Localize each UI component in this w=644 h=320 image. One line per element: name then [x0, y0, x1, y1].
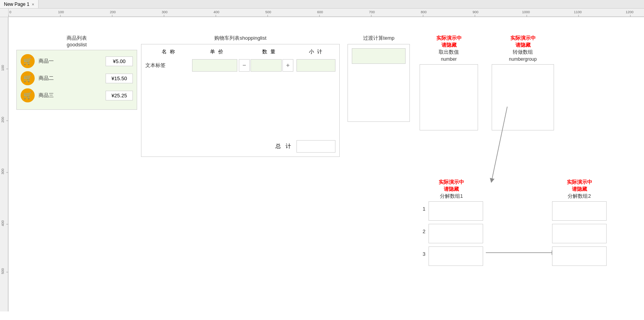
decompose2-input-1[interactable] [552, 201, 607, 221]
tab-close-button[interactable]: × [32, 2, 34, 7]
svg-text:600: 600 [317, 10, 323, 14]
svg-text:200: 200 [1, 117, 5, 123]
number-section: 实际演示中请隐藏 取出数值 number [420, 35, 478, 130]
ruler-corner [0, 9, 9, 17]
cart-header-price: 单 价 [192, 48, 242, 55]
decompose1-input-2[interactable] [429, 224, 483, 243]
temp-title: 过渡计算temp [348, 35, 410, 42]
decompose2-row-2 [552, 224, 607, 243]
cart-header-qty: 数 量 [242, 48, 296, 55]
decompose1-section: 实际演示中请隐藏 分解数组1 1 2 3 [420, 179, 483, 269]
temp-box [348, 44, 410, 122]
numbergroup-section: 实际演示中请隐藏 转做数组 numbergroup [492, 35, 554, 130]
goods-name-1: 商品一 [39, 58, 102, 65]
number-box [420, 64, 478, 130]
number-subtitle: number [420, 56, 478, 62]
qty-input[interactable] [251, 59, 282, 72]
temp-section: 过渡计算temp [348, 35, 410, 122]
cart-row-1: 文本标签 − + [145, 59, 335, 72]
svg-text:100: 100 [58, 10, 64, 14]
ruler-left: 100 200 300 400 500 [0, 17, 9, 311]
cart-subtotal-input[interactable] [296, 59, 335, 72]
svg-text:500: 500 [265, 10, 271, 14]
cart-total-input[interactable] [296, 140, 335, 153]
cart-header: 名 称 单 价 数 量 小 计 [145, 48, 335, 55]
numbergroup-title: 转做数组 [492, 49, 554, 56]
shoppinglist-section: 购物车列表shoppinglist 名 称 单 价 数 量 小 计 文本标签 − [141, 35, 340, 157]
goods-price-2: ¥15.50 [106, 74, 133, 83]
numbergroup-subtitle: numbergroup [492, 56, 554, 62]
svg-text:300: 300 [162, 10, 168, 14]
goodslist-title: 商品列表 goodslist [16, 35, 137, 47]
cart-total-label: 总 计 [275, 143, 293, 150]
decompose1-row-1: 1 [420, 201, 483, 221]
ruler-left-svg: 100 200 300 400 500 [0, 17, 9, 311]
decompose1-row-3: 3 [420, 246, 483, 266]
cart-header-subtotal: 小 计 [296, 48, 335, 55]
ruler-top: 0 100 200 300 400 500 600 700 800 900 [9, 9, 644, 17]
cart-header-name: 名 称 [145, 48, 192, 55]
cart-total-row: 总 计 [145, 140, 335, 153]
decompose2-section: 实际演示中请隐藏 分解数组2 [552, 179, 607, 269]
decompose1-input-1[interactable] [429, 201, 483, 221]
cart-icon-1[interactable]: 🛒 [21, 54, 35, 68]
number-red-label: 实际演示中请隐藏 [420, 35, 478, 49]
goods-price-1: ¥5.00 [106, 56, 133, 66]
decompose2-row-3 [552, 246, 607, 266]
decompose2-input-3[interactable] [552, 246, 607, 266]
svg-text:900: 900 [473, 10, 478, 14]
cart-price-input[interactable] [192, 59, 237, 72]
cart-qty-controls: − + [239, 59, 293, 72]
canvas: 商品列表 goodslist 🛒 商品一 ¥5.00 🛒 商品二 ¥15.50 [9, 17, 644, 311]
ruler-top-svg: 0 100 200 300 400 500 600 700 800 900 [9, 9, 644, 17]
numbergroup-red-label: 实际演示中请隐藏 [492, 35, 554, 49]
svg-text:0: 0 [9, 10, 11, 14]
goods-price-3: ¥25.25 [106, 91, 133, 100]
qty-minus-button[interactable]: − [239, 59, 250, 72]
shoppinglist-title: 购物车列表shoppinglist [141, 35, 340, 42]
svg-text:1000: 1000 [522, 10, 530, 14]
decompose2-row-1 [552, 201, 607, 221]
svg-text:1200: 1200 [626, 10, 633, 14]
svg-text:1100: 1100 [574, 10, 582, 14]
decompose1-title: 分解数组1 [420, 193, 483, 200]
numbergroup-box [492, 64, 554, 130]
svg-text:500: 500 [1, 268, 5, 274]
decompose1-index-3: 3 [420, 251, 425, 257]
cart-row-label: 文本标签 [145, 62, 192, 69]
tab-label: New Page 1 [4, 2, 29, 7]
tab-bar: New Page 1 × [0, 0, 644, 9]
decompose2-input-2[interactable] [552, 224, 607, 243]
decompose1-input-3[interactable] [429, 246, 483, 266]
goods-name-3: 商品三 [39, 92, 102, 99]
cart-icon-2[interactable]: 🛒 [21, 71, 35, 85]
tab-new-page[interactable]: New Page 1 × [0, 0, 39, 8]
svg-text:400: 400 [1, 220, 5, 226]
svg-text:300: 300 [1, 169, 5, 174]
shoppinglist-box: 名 称 单 价 数 量 小 计 文本标签 − + [141, 44, 340, 157]
temp-input[interactable] [352, 48, 406, 64]
decompose1-red-label: 实际演示中请隐藏 [420, 179, 483, 193]
decompose1-row-2: 2 [420, 224, 483, 243]
goods-item-2: 🛒 商品二 ¥15.50 [21, 71, 133, 85]
goodslist-box: 🛒 商品一 ¥5.00 🛒 商品二 ¥15.50 🛒 商品三 ¥25.25 [16, 50, 137, 110]
qty-plus-button[interactable]: + [282, 59, 293, 72]
goods-item-3: 🛒 商品三 ¥25.25 [21, 88, 133, 102]
svg-text:200: 200 [110, 10, 116, 14]
number-title: 取出数值 [420, 49, 478, 56]
goods-item-1: 🛒 商品一 ¥5.00 [21, 54, 133, 68]
decompose2-title: 分解数组2 [552, 193, 607, 200]
decompose2-red-label: 实际演示中请隐藏 [552, 179, 607, 193]
decompose1-index-2: 2 [420, 229, 425, 234]
goods-name-2: 商品二 [39, 75, 102, 82]
svg-text:400: 400 [213, 10, 219, 14]
decompose1-index-1: 1 [420, 206, 425, 212]
arrow-right-svg [482, 247, 560, 258]
svg-text:100: 100 [1, 65, 5, 71]
cart-icon-3[interactable]: 🛒 [21, 88, 35, 102]
svg-text:700: 700 [369, 10, 375, 14]
svg-text:800: 800 [421, 10, 427, 14]
goodslist-section: 商品列表 goodslist 🛒 商品一 ¥5.00 🛒 商品二 ¥15.50 [16, 35, 137, 110]
